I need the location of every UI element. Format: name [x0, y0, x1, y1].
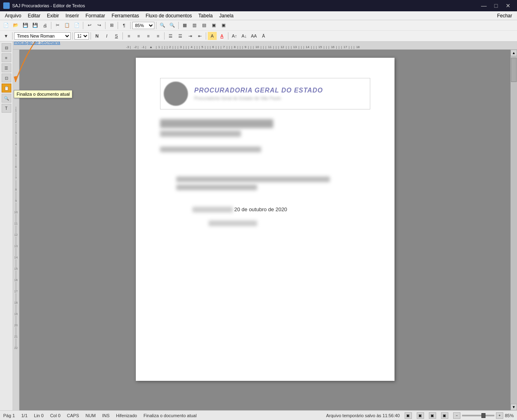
caps-btn[interactable]: AA: [249, 32, 258, 40]
zoom-level: 85%: [505, 413, 514, 418]
grid-btn[interactable]: ▦: [180, 21, 189, 29]
bold-btn[interactable]: N: [93, 32, 101, 40]
menu-tabela[interactable]: Tabela: [195, 12, 216, 19]
zoom-thumb: [481, 413, 485, 418]
ruler: -3 | -2 | -1 | ▲ | 1 | | | 2 | | | 3 | |…: [13, 42, 517, 50]
status-col: Col 0: [50, 413, 61, 418]
underline-btn[interactable]: S: [112, 32, 121, 40]
sidebar-find-btn[interactable]: 🔍: [2, 94, 11, 103]
save-btn[interactable]: 💾: [21, 21, 30, 29]
view-btn-2[interactable]: ▣: [417, 412, 424, 419]
menu-arquivo[interactable]: Arquivo: [2, 12, 25, 19]
align-center-btn[interactable]: ≡: [134, 32, 143, 40]
doc-scroll[interactable]: PROCURADORIA GERAL DO ESTADO Procuradori…: [19, 50, 511, 410]
zoom-slider[interactable]: [462, 415, 494, 416]
menu-exibir[interactable]: Exibir: [44, 12, 62, 19]
highlight-btn[interactable]: A: [208, 32, 217, 40]
undo-btn[interactable]: ↩: [85, 21, 94, 29]
format-marks-btn[interactable]: ¶: [120, 21, 129, 29]
color-btn[interactable]: A: [217, 32, 226, 40]
indication-label[interactable]: indicação de Secretaria: [14, 42, 60, 45]
sidebar-insert-btn[interactable]: T: [2, 104, 11, 113]
doc-title-line1: [160, 119, 273, 128]
font-name-select[interactable]: Times New Roman Arial: [14, 32, 71, 40]
close-button[interactable]: ✕: [502, 1, 514, 10]
status-bar: Pág 1 1/1 Lin 0 Col 0 CAPS NUM INS Hifen…: [0, 410, 517, 420]
rows-btn[interactable]: ▤: [200, 21, 209, 29]
status-pages: 1/1: [21, 413, 27, 418]
toolbar-area: 📄 📂 💾 💾 🖨 ✂ 📋 📄 ↩ ↪ ⊞ ¶ 85% 100% 75% 🔍 🔍…: [0, 20, 517, 42]
main-area: ⊟ ≡ ☰ ⊡ 📋 🔍 T indicação de Secretaria Fi…: [0, 42, 517, 410]
zoom-bar: − + 85%: [453, 412, 514, 419]
cols-btn[interactable]: ▥: [190, 21, 199, 29]
menu-fluxo[interactable]: Fluxo de documentos: [142, 12, 195, 19]
view-btn-4[interactable]: ▣: [441, 412, 448, 419]
sidebar-tab-btn[interactable]: ⊟: [2, 43, 11, 52]
scroll-up-btn[interactable]: ▲: [511, 50, 517, 56]
sidebar-finalize-btn[interactable]: 📋: [2, 84, 11, 92]
num-list-btn[interactable]: ☰: [176, 32, 185, 40]
align-left-btn[interactable]: ≡: [125, 32, 133, 40]
vertical-scrollbar[interactable]: ▲ ▼: [511, 50, 517, 410]
menu-janela[interactable]: Janela: [216, 12, 236, 19]
status-hifenizado: Hifenizado: [116, 413, 137, 418]
zoom-select[interactable]: 85% 100% 75%: [132, 22, 154, 29]
save2-btn[interactable]: 💾: [31, 21, 40, 29]
menu-fechar[interactable]: Fechar: [494, 12, 515, 19]
search-btn[interactable]: 🔍: [158, 21, 167, 29]
style-drop-btn[interactable]: ▼: [2, 32, 11, 40]
app-icon: [3, 2, 10, 9]
sep4: [118, 22, 118, 29]
copy-btn[interactable]: 📋: [63, 21, 72, 29]
sidebar-style-btn[interactable]: ≡: [2, 53, 11, 62]
view-btn-1[interactable]: ▣: [405, 412, 412, 419]
paste-btn[interactable]: 📄: [72, 21, 81, 29]
cut-btn[interactable]: ✂: [53, 21, 62, 29]
misc1-btn[interactable]: ▣: [209, 21, 218, 29]
sep12: [164, 32, 165, 40]
print-btn[interactable]: 🖨: [40, 21, 49, 29]
menu-inserir[interactable]: Inserir: [62, 12, 82, 19]
fontsize-up-btn[interactable]: A↑: [230, 32, 239, 40]
date-area: 20 de outubro de 2020: [192, 206, 370, 212]
align-right-btn[interactable]: ≡: [144, 32, 153, 40]
org-title: PROCURADORIA GERAL DO ESTADO: [194, 87, 323, 94]
outdent-btn[interactable]: ⇤: [195, 32, 204, 40]
scroll-down-btn[interactable]: ▼: [511, 404, 517, 410]
open-btn[interactable]: 📂: [11, 21, 20, 29]
zoom-plus-btn[interactable]: +: [496, 412, 503, 419]
sidebar-page-btn[interactable]: ⊡: [2, 74, 11, 82]
view-btn-3[interactable]: ▣: [429, 412, 436, 419]
font-size-select[interactable]: 12 10 14: [74, 32, 89, 40]
sep1: [51, 22, 51, 29]
italic-btn[interactable]: I: [102, 32, 111, 40]
text-misc-btn[interactable]: Ā: [259, 32, 268, 40]
menu-ferramentas[interactable]: Ferramentas: [108, 12, 142, 19]
indent-btn[interactable]: ⇥: [186, 32, 194, 40]
list-btn[interactable]: ☰: [166, 32, 175, 40]
app-title: SAJ Procuradorias - Editor de Textos: [12, 3, 85, 8]
scroll-thumb[interactable]: [511, 58, 517, 82]
align-justify-btn[interactable]: ≡: [154, 32, 162, 40]
ruler-marks: -3 | -2 | -1 | ▲ | 1 | | | 2 | | | 3 | |…: [126, 42, 361, 49]
doc-body-2: [176, 176, 330, 182]
doc-row: |1 ||| 2||| 3||| 4||| 5||| 6||| 7||| 8||…: [13, 50, 517, 410]
menu-formatar[interactable]: Formatar: [82, 12, 108, 19]
fontsize-down-btn[interactable]: A↓: [240, 32, 249, 40]
misc2-btn[interactable]: ▣: [219, 21, 228, 29]
maximize-button[interactable]: □: [490, 1, 502, 10]
scroll-track[interactable]: [511, 56, 517, 404]
menu-editar[interactable]: Editar: [25, 12, 44, 19]
search2-btn[interactable]: 🔍: [168, 21, 177, 29]
status-line: Lin 0: [34, 413, 44, 418]
sep2: [83, 22, 83, 29]
table-btn[interactable]: ⊞: [107, 21, 116, 29]
doc-body-3: [176, 185, 257, 190]
minimize-button[interactable]: —: [478, 1, 490, 10]
zoom-minus-btn[interactable]: −: [453, 412, 460, 419]
sidebar-list-btn[interactable]: ☰: [2, 63, 11, 72]
sep10: [91, 32, 91, 40]
new-btn[interactable]: 📄: [2, 21, 11, 29]
content-area: indicação de Secretaria Finaliza o docum…: [13, 42, 517, 410]
redo-btn[interactable]: ↪: [95, 21, 103, 29]
